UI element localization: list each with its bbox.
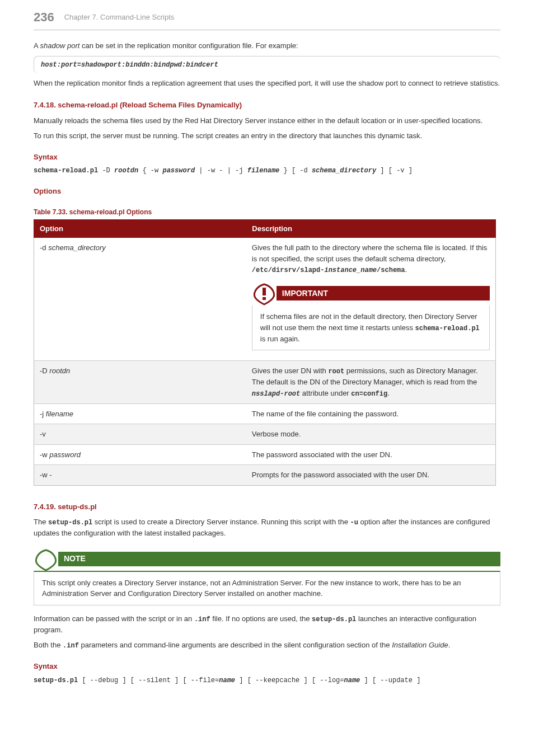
code-sample: host:port=shadowport:binddn:bindpwd:bind…	[41, 61, 218, 69]
code: schema-reload.pl	[415, 325, 480, 332]
text: script is used to create a Directory Ser…	[92, 518, 350, 526]
text: parameters and command-line arguments ar…	[79, 641, 392, 649]
text: The	[34, 518, 48, 526]
text: } [ -d	[279, 167, 312, 175]
desc: The password associated with the user DN…	[246, 444, 495, 465]
doc-title: Installation Guide	[392, 641, 448, 649]
important-admonition: IMPORTANT If schema files are not in the…	[252, 281, 490, 350]
schema-reload-syntax: schema-reload.pl -D rootdn { -w password…	[34, 166, 500, 176]
important-icon	[252, 281, 277, 306]
code: setup-ds.pl	[312, 616, 356, 623]
note-body: This script only creates a Directory Ser…	[34, 571, 500, 605]
text: ] [ --keepcache ] [ --log=	[235, 677, 344, 684]
cmd: setup-ds.pl	[34, 677, 78, 684]
th-option: Option	[34, 219, 246, 238]
code: root	[328, 368, 344, 375]
code: nsslapd-root	[252, 390, 300, 398]
note-admonition: NOTE This script only creates a Director…	[34, 547, 500, 605]
code: /etc/dirsrv/slapd-	[252, 266, 325, 274]
code: /schema	[377, 266, 405, 274]
arg: schema_directory	[312, 167, 376, 175]
text: can be set in the replication monitor co…	[79, 41, 298, 50]
text: attribute under	[300, 389, 351, 397]
page-number: 236	[34, 8, 54, 26]
table-row: -d schema_directory Gives the full path …	[34, 238, 496, 361]
opt: -j	[40, 410, 46, 418]
table-7-33-caption: Table 7.33. schema-reload.pl Options	[34, 207, 500, 217]
text: A	[34, 41, 40, 50]
code: cn=config	[351, 390, 387, 398]
options-heading: Options	[34, 186, 500, 197]
section-7-4-19-p1: The setup-ds.pl script is used to create…	[34, 516, 500, 539]
syntax-heading: Syntax	[34, 152, 500, 163]
arg: name	[344, 677, 360, 684]
svg-rect-1	[263, 297, 266, 300]
text: ] [ -v ]	[376, 167, 413, 175]
opt-arg: filename	[46, 410, 73, 418]
svg-rect-0	[263, 288, 266, 295]
opt: -w -	[34, 465, 246, 486]
table-row: -j filename The name of the file contain…	[34, 403, 496, 424]
table-row: -D rootdn Gives the user DN with root pe…	[34, 361, 496, 404]
text: .	[448, 641, 451, 649]
important-title: IMPORTANT	[277, 286, 490, 300]
opt: -w	[40, 450, 49, 459]
text: Information can be passed with the scrip…	[34, 614, 194, 623]
schema-reload-options-table: Option Description -d schema_directory G…	[34, 219, 496, 486]
section-7-4-18-heading: 7.4.18. schema-reload.pl (Reload Schema …	[34, 100, 500, 111]
term-shadow-port: shadow port	[40, 41, 80, 50]
text: is run again.	[260, 335, 300, 343]
cmd: schema-reload.pl	[34, 167, 98, 175]
arg: rootdn	[114, 167, 138, 175]
note-title: NOTE	[58, 552, 500, 566]
text: -D	[98, 167, 114, 175]
code: .inf	[194, 616, 210, 623]
intro-paragraph-2: When the replication monitor finds a rep…	[34, 78, 500, 89]
th-description: Description	[246, 219, 495, 238]
opt: -D	[40, 367, 49, 375]
section-7-4-19-p2: Information can be passed with the scrip…	[34, 613, 500, 636]
desc-text: Gives the full path to the directory whe…	[252, 243, 488, 263]
text: { -w	[138, 167, 162, 175]
section-7-4-19-p3: Both the .inf parameters and command-lin…	[34, 640, 500, 651]
table-row: -w password The password associated with…	[34, 444, 496, 465]
text: .	[405, 265, 407, 274]
shadow-port-code-box: host:port=shadowport:binddn:bindpwd:bind…	[34, 56, 500, 73]
arg: name	[219, 677, 235, 684]
code: .inf	[63, 642, 79, 650]
page-header: 236 Chapter 7. Command-Line Scripts	[34, 0, 500, 30]
text: file. If no options are used, the	[210, 614, 312, 623]
opt: -d	[40, 243, 48, 252]
syntax-heading-2: Syntax	[34, 661, 500, 672]
opt: -v	[34, 424, 246, 445]
desc: Prompts for the password associated with…	[246, 465, 495, 486]
text: Gives the user DN with	[252, 367, 329, 375]
code: setup-ds.pl	[48, 519, 92, 527]
table-row: -v Verbose mode.	[34, 424, 496, 445]
desc: Verbose mode.	[246, 424, 495, 445]
desc: The name of the file containing the pass…	[246, 403, 495, 424]
opt-arg: password	[49, 450, 81, 459]
arg: filename	[247, 167, 280, 175]
section-7-4-18-p2: To run this script, the server must be r…	[34, 130, 500, 142]
section-7-4-18-p1: Manually reloads the schema files used b…	[34, 115, 500, 126]
opt-arg: rootdn	[49, 367, 70, 375]
note-icon	[34, 547, 58, 571]
table-row: -w - Prompts for the password associated…	[34, 465, 496, 486]
text: [ --debug ] [ --silent ] [ --file=	[78, 677, 219, 684]
text: .	[387, 389, 390, 397]
intro-paragraph-1: A shadow port can be set in the replicat…	[34, 40, 500, 51]
text: ] [ --update ]	[360, 677, 420, 684]
section-7-4-19-heading: 7.4.19. setup-ds.pl	[34, 501, 500, 513]
opt-arg: schema_directory	[48, 243, 106, 252]
text: Both the	[34, 641, 63, 649]
text: | -w - | -j	[195, 167, 247, 175]
important-body: If schema files are not in the default d…	[252, 306, 490, 350]
setup-ds-syntax: setup-ds.pl [ --debug ] [ --silent ] [ -…	[34, 675, 500, 685]
chapter-title: Chapter 7. Command-Line Scripts	[64, 12, 175, 23]
arg: password	[162, 167, 195, 175]
code: instance_name	[324, 266, 377, 274]
code: -u	[350, 519, 358, 527]
